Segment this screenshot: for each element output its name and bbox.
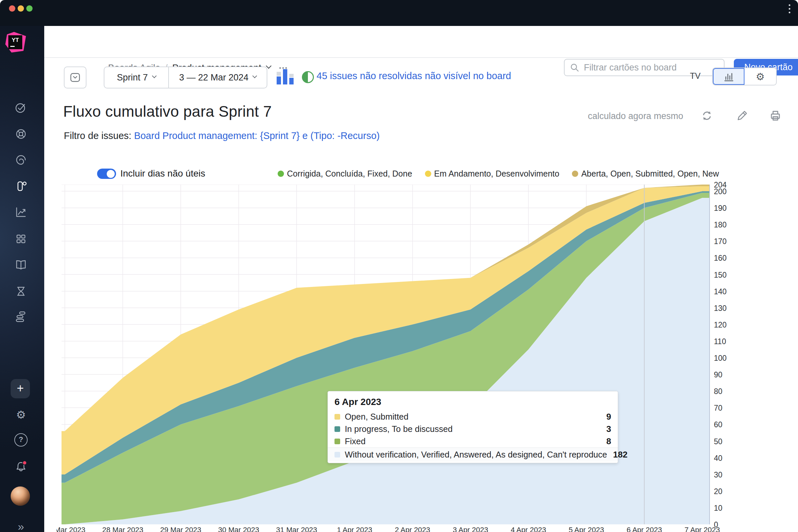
x-tick: 7 Apr 2023 (681, 526, 724, 532)
legend-dot-green (278, 171, 284, 177)
y-tick: 50 (714, 437, 737, 446)
date-range-select[interactable]: 3 — 22 Mar 2024 (169, 67, 267, 88)
sidebar-item-knowledge-base[interactable] (13, 257, 29, 273)
sidebar-item-helpdesk[interactable] (13, 126, 29, 142)
x-tick: 4 Apr 2023 (507, 526, 550, 532)
sidebar-item-agile-boards-active[interactable] (13, 178, 29, 194)
board-view-button[interactable] (64, 66, 87, 89)
settings-gear-icon[interactable]: ⚙ (13, 407, 29, 423)
tooltip-date: 6 Apr 2023 (328, 396, 618, 411)
expand-sidebar-icon[interactable]: » (13, 519, 29, 532)
hourglass-icon (14, 285, 27, 298)
y-tick: 180 (714, 221, 737, 229)
agile-board-icon (14, 179, 27, 193)
circle-check-icon (14, 101, 27, 114)
sprint-selector-group: Sprint 7 3 — 22 Mar 2024 (104, 66, 267, 89)
minimize-button[interactable] (18, 5, 24, 12)
unresolved-issues-link[interactable]: 45 issues não resolvidas não visível no … (317, 71, 511, 81)
y-tick: 160 (714, 254, 737, 263)
sidebar: YT (0, 26, 44, 532)
refresh-icon[interactable] (700, 109, 714, 122)
bar-chart-icon (722, 70, 736, 83)
x-tick: 31 Mar 2023 (275, 526, 318, 532)
sidebar-item-gantt[interactable] (13, 309, 29, 325)
sprint-chart-icon[interactable] (277, 69, 295, 84)
toggle-label: Incluir dias não úteis (120, 168, 205, 179)
x-tick: 1 Apr 2023 (333, 526, 376, 532)
youtrack-logo[interactable]: YT (5, 32, 26, 53)
search-icon (570, 63, 579, 72)
y-tick: 100 (714, 354, 737, 363)
stacked-bars-icon (14, 310, 27, 324)
gear-icon: ⚙ (756, 71, 765, 82)
y-tick: 150 (714, 271, 737, 280)
calculated-status: calculado agora mesmo (588, 111, 683, 121)
user-avatar[interactable] (11, 487, 30, 506)
x-tick: 28 Mar 2023 (101, 526, 144, 532)
swatch-open (335, 414, 340, 420)
y-tick: 40 (714, 454, 737, 463)
y-tick: 10 (714, 504, 737, 513)
y-tick: 30 (714, 471, 737, 479)
close-button[interactable] (9, 5, 15, 12)
x-tick: 29 Mar 2023 (159, 526, 203, 532)
window-title-bar (0, 0, 798, 26)
sidebar-item-reports[interactable] (13, 204, 29, 220)
more-options-icon[interactable] (279, 67, 287, 69)
y-tick: 190 (714, 204, 737, 213)
sprint-select[interactable]: Sprint 7 (104, 67, 169, 88)
print-icon[interactable] (769, 109, 782, 122)
grid-icon (14, 232, 27, 245)
legend-dot-tan (572, 171, 578, 177)
chart-view-tab-selected[interactable] (713, 68, 744, 85)
sidebar-item-issues[interactable] (13, 99, 29, 115)
tooltip-row: In progress, To be discussed 3 (328, 423, 618, 435)
tooltip-row: Fixed 8 (328, 435, 618, 448)
y-tick: 130 (714, 304, 737, 313)
tooltip-row: Without verification, Verified, Answered… (328, 448, 618, 461)
y-tick: 204 (714, 180, 737, 190)
legend-item-in-progress: Em Andamento, Desenvolvimento (425, 169, 559, 178)
help-icon[interactable]: ? (14, 433, 27, 446)
x-tick: 3 Apr 2023 (449, 526, 492, 532)
x-axis-labels: 27 Mar 202328 Mar 202329 Mar 202330 Mar … (57, 526, 741, 532)
edit-pencil-icon[interactable] (736, 109, 749, 122)
x-tick: 27 Mar 2023 (57, 526, 87, 532)
tv-mode-button[interactable]: TV (690, 71, 701, 81)
y-tick: 120 (714, 321, 737, 329)
filter-label: Filtro de issues: (64, 130, 131, 141)
chart-tooltip: 6 Apr 2023 Open, Submitted 9 In progress… (327, 391, 618, 463)
spiral-icon (14, 153, 27, 167)
sidebar-item-knowledge[interactable] (13, 152, 29, 168)
kebab-menu-icon[interactable] (789, 4, 791, 15)
legend-dot-yellow (425, 171, 431, 177)
notifications-bell-icon[interactable] (14, 459, 28, 474)
line-chart-icon (14, 206, 27, 219)
sprint-progress-icon (302, 71, 314, 83)
tooltip-row: Open, Submitted 9 (328, 411, 618, 423)
x-tick: 6 Apr 2023 (623, 526, 666, 532)
cumulative-flow-chart[interactable] (61, 185, 710, 524)
include-weekends-toggle-on[interactable] (97, 169, 116, 179)
filter-query-link[interactable]: Board Product management: {Sprint 7} e (… (134, 130, 380, 141)
book-icon (14, 258, 27, 271)
youtrack-window: YT (0, 0, 798, 532)
swatch-resolved (335, 452, 340, 457)
create-button[interactable]: + (11, 379, 30, 398)
board-dropdown-icon (69, 71, 82, 84)
chart-settings-tab[interactable]: ⚙ (744, 68, 776, 85)
y-tick: 70 (714, 404, 737, 413)
x-tick: 2 Apr 2023 (391, 526, 434, 532)
y-tick: 20 (714, 487, 737, 496)
report-title: Fluxo cumulativo para Sprint 7 (63, 102, 272, 120)
sidebar-item-timesheets[interactable] (13, 283, 29, 299)
y-tick: 80 (714, 387, 737, 396)
sidebar-item-dashboards[interactable] (13, 231, 29, 247)
zoom-button[interactable] (26, 5, 33, 12)
x-tick: 5 Apr 2023 (565, 526, 608, 532)
y-tick: 90 (714, 370, 737, 379)
swatch-in-progress (335, 426, 340, 432)
notification-dot (23, 461, 26, 465)
lifebuoy-icon (14, 127, 27, 141)
swatch-fixed (335, 439, 340, 444)
